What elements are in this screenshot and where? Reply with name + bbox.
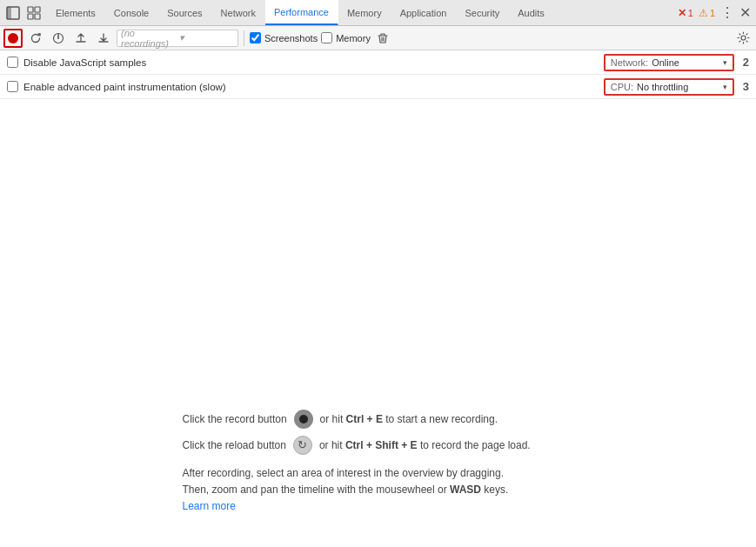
svg-point-10	[741, 36, 746, 40]
dock-icon[interactable]	[3, 3, 23, 23]
svg-rect-4	[28, 14, 33, 19]
memory-checkbox-label[interactable]: Memory	[321, 32, 371, 43]
cpu-throttle-dropdown[interactable]: CPU: No throttling ▾	[604, 78, 734, 96]
record-help-text-before: Click the record button	[183, 413, 287, 425]
svg-rect-1	[7, 7, 11, 19]
network-throttle-dropdown[interactable]: Network: Online ▾	[604, 54, 734, 71]
enable-paint-checkbox[interactable]	[7, 81, 18, 92]
memory-checkbox[interactable]	[321, 32, 332, 43]
upload-button[interactable]	[71, 29, 90, 48]
network-badge: 2	[743, 56, 749, 69]
cpu-throttle-value: No throttling	[637, 82, 723, 92]
description-line2: Then, zoom and pan the timeline with the…	[183, 484, 509, 496]
screenshots-label: Screenshots	[264, 33, 318, 43]
disable-js-label: Disable JavaScript samples	[23, 57, 146, 68]
reload-help-text-before: Click the reload button	[183, 439, 286, 451]
reload-icon-inline: ↻	[293, 436, 312, 455]
network-throttle-label: Network:	[611, 57, 648, 68]
reload-help-text-after: or hit Ctrl + Shift + E to record the pa…	[319, 439, 531, 451]
recording-arrow: ▾	[179, 32, 234, 43]
help-section: Click the record button or hit Ctrl + E …	[183, 410, 574, 512]
tab-sources[interactable]: Sources	[158, 0, 211, 25]
description-line1: After recording, select an area of inter…	[183, 467, 505, 479]
recording-placeholder: (no recordings)	[121, 28, 176, 49]
tab-performance[interactable]: Performance	[265, 0, 338, 25]
tab-network[interactable]: Network	[212, 0, 265, 25]
warning-icon: ⚠	[699, 7, 708, 19]
tab-bar-right: ✕ 1 ⚠ 1 ⋮ ✕	[672, 0, 756, 25]
settings-button[interactable]	[733, 29, 753, 48]
screenshots-checkbox-label[interactable]: Screenshots	[250, 32, 318, 43]
memory-label: Memory	[336, 33, 371, 43]
close-devtools-button[interactable]: ✕	[739, 6, 751, 20]
enable-paint-option[interactable]: Enable advanced paint instrumentation (s…	[7, 75, 226, 99]
record-dot	[299, 415, 308, 424]
tab-audits[interactable]: Audits	[509, 0, 554, 25]
tab-memory[interactable]: Memory	[338, 0, 391, 25]
tab-bar: Elements Console Sources Network Perform…	[0, 0, 756, 26]
devtools-icons	[0, 0, 47, 25]
warning-count: 1	[710, 8, 715, 18]
error-icon: ✕	[678, 7, 686, 19]
screenshots-checkbox[interactable]	[250, 32, 261, 43]
inspect-icon[interactable]	[24, 3, 43, 23]
enable-paint-label: Enable advanced paint instrumentation (s…	[23, 82, 226, 92]
tab-application[interactable]: Application	[391, 0, 457, 25]
cpu-badge: 3	[743, 80, 749, 93]
error-badge[interactable]: ✕ 1	[678, 7, 693, 19]
refresh-record-button[interactable]	[26, 29, 45, 48]
options-row-2: Enable advanced paint instrumentation (s…	[0, 75, 756, 99]
main-content-area: Click the record button or hit Ctrl + E …	[0, 99, 756, 547]
tab-security[interactable]: Security	[456, 0, 509, 25]
record-help-row: Click the record button or hit Ctrl + E …	[183, 410, 498, 429]
tab-console[interactable]: Console	[105, 0, 158, 25]
disable-js-checkbox[interactable]	[7, 57, 18, 68]
svg-rect-2	[28, 7, 33, 12]
record-help-text-after: or hit Ctrl + E to start a new recording…	[320, 413, 498, 425]
svg-rect-3	[35, 7, 40, 12]
svg-rect-5	[35, 14, 40, 19]
svg-point-9	[57, 37, 59, 39]
network-dropdown-arrow: ▾	[723, 58, 727, 67]
disable-js-option[interactable]: Disable JavaScript samples	[7, 50, 146, 75]
svg-point-6	[8, 33, 18, 43]
error-count: 1	[688, 8, 693, 18]
help-description: After recording, select an area of inter…	[183, 465, 509, 498]
tab-elements[interactable]: Elements	[47, 0, 105, 25]
record-button[interactable]	[3, 29, 23, 48]
options-panel: Disable JavaScript samples Network: Onli…	[0, 50, 756, 99]
cpu-throttle-label: CPU:	[611, 82, 633, 92]
cpu-dropdown-arrow: ▾	[723, 83, 727, 91]
clear-recordings-button[interactable]	[374, 30, 391, 47]
options-row-1: Disable JavaScript samples Network: Onli…	[0, 50, 756, 75]
more-options-icon[interactable]: ⋮	[720, 4, 734, 21]
stop-button[interactable]	[49, 29, 68, 48]
record-icon-inline	[294, 410, 313, 429]
network-throttle-value: Online	[652, 57, 723, 68]
recording-selector[interactable]: (no recordings) ▾	[117, 30, 238, 47]
learn-more-link[interactable]: Learn more	[183, 500, 236, 512]
warning-badge[interactable]: ⚠ 1	[699, 7, 715, 19]
download-button[interactable]	[94, 29, 113, 48]
performance-toolbar: (no recordings) ▾ Screenshots Memory	[0, 26, 756, 50]
reload-help-row: Click the reload button ↻ or hit Ctrl + …	[183, 436, 531, 455]
separator-1	[244, 30, 244, 46]
